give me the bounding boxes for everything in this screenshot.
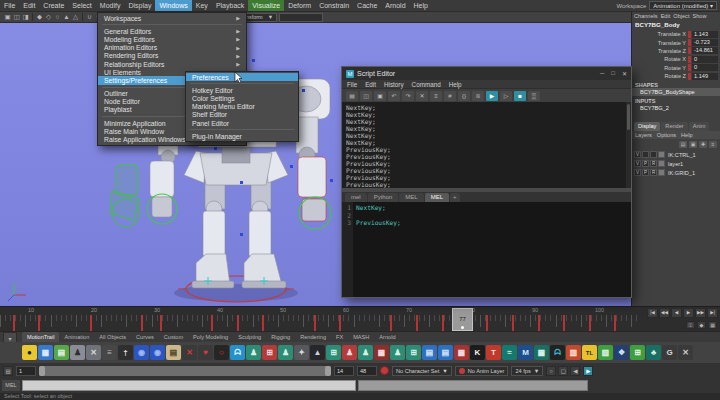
- shelf-tab-rigging[interactable]: Rigging: [266, 332, 295, 342]
- script-toolbar-icon[interactable]: ↶: [388, 91, 400, 101]
- layer-toggle[interactable]: V: [634, 160, 641, 167]
- shape-node[interactable]: BCY7BG_BodyShape: [632, 88, 720, 96]
- script-toolbar-icon[interactable]: ↷: [402, 91, 414, 101]
- layer-row[interactable]: VPRIK:GRID_1: [632, 168, 720, 177]
- script-toolbar-icon[interactable]: ▒: [528, 91, 540, 101]
- statusline-icon[interactable]: ◨: [21, 12, 30, 22]
- auto-key-button[interactable]: [380, 366, 389, 375]
- shelf-tool-icon[interactable]: ᗣ: [550, 345, 565, 360]
- layer-toolbar-icon[interactable]: ✚: [699, 141, 707, 148]
- script-toolbar-icon[interactable]: ▶: [486, 91, 498, 101]
- script-toolbar-icon[interactable]: ≡: [430, 91, 442, 101]
- menu-item-hotkey-editor[interactable]: Hotkey Editor: [186, 86, 298, 94]
- shelf-tab-arnold[interactable]: Arnold: [374, 332, 400, 342]
- menu-item-shelf-editor[interactable]: Shelf Editor: [186, 111, 298, 119]
- shelf-tool-icon[interactable]: ♟: [342, 345, 357, 360]
- script-editor-menu-command[interactable]: Command: [412, 81, 441, 88]
- range-row-icon[interactable]: ○: [546, 366, 556, 376]
- shelf-tool-icon[interactable]: ▦: [38, 345, 53, 360]
- layer-tab-anim[interactable]: Anim: [689, 122, 710, 131]
- menubar-item-key[interactable]: Key: [192, 0, 212, 11]
- menubar-item-select[interactable]: Select: [68, 0, 95, 11]
- transport-button[interactable]: ◀: [671, 308, 682, 318]
- attribute-value[interactable]: -0.723: [692, 39, 718, 46]
- menu-item-general-editors[interactable]: General Editors▶: [98, 27, 246, 35]
- shelf-tab-curves[interactable]: Curves: [131, 332, 159, 342]
- shelf-tool-icon[interactable]: ♟: [390, 345, 405, 360]
- statusline-icon[interactable]: ○: [53, 12, 62, 22]
- script-editor-menu-history[interactable]: History: [384, 81, 404, 88]
- timeline-option-button[interactable]: ▦: [708, 321, 717, 329]
- menu-item-workspaces[interactable]: Workspaces▶: [98, 14, 246, 22]
- statusline-icon[interactable]: ◆: [35, 12, 44, 22]
- transport-button[interactable]: ◀◀: [659, 308, 670, 318]
- script-toolbar-icon[interactable]: ▣: [374, 91, 386, 101]
- layer-toggle[interactable]: R: [650, 160, 657, 167]
- range-handle-left[interactable]: [39, 366, 45, 376]
- shelf-tool-icon[interactable]: ✕: [678, 345, 693, 360]
- layer-color-swatch[interactable]: [658, 169, 665, 176]
- shelf-tool-icon[interactable]: ♥: [198, 345, 213, 360]
- range-options-icon[interactable]: ▤: [3, 366, 13, 376]
- script-tab-mel-2[interactable]: MEL: [399, 193, 423, 202]
- range-handle-right[interactable]: [325, 366, 331, 376]
- menubar-item-windows[interactable]: Windows: [155, 0, 191, 11]
- shelf-tool-icon[interactable]: ◉: [134, 345, 149, 360]
- script-toolbar-icon[interactable]: ◫: [360, 91, 372, 101]
- layer-menu-options[interactable]: Options: [657, 132, 676, 138]
- transport-button[interactable]: ▶: [683, 308, 694, 318]
- shelf-tool-icon[interactable]: ⊞: [262, 345, 277, 360]
- menu-item-panel-editor[interactable]: Panel Editor: [186, 119, 298, 127]
- attribute-value[interactable]: 1.143: [692, 31, 718, 38]
- menubar-item-edit[interactable]: Edit: [19, 0, 39, 11]
- shelf-tool-icon[interactable]: †: [118, 345, 133, 360]
- script-toolbar-icon[interactable]: ■: [514, 91, 526, 101]
- menu-item-color-settings[interactable]: Color Settings: [186, 94, 298, 102]
- layer-menu-layers[interactable]: Layers: [635, 132, 652, 138]
- input-node[interactable]: BCY7BG_2: [632, 104, 720, 112]
- shelf-tool-icon[interactable]: ♟: [278, 345, 293, 360]
- shelf-tab-sculpting[interactable]: Sculpting: [233, 332, 266, 342]
- shelf-tool-icon[interactable]: ▦: [454, 345, 469, 360]
- workspace-select[interactable]: Animation (modified) ▾: [649, 1, 717, 10]
- close-button[interactable]: ✕: [622, 70, 627, 77]
- range-end-field-b[interactable]: 48: [357, 366, 377, 376]
- layer-toolbar-icon[interactable]: ▣: [689, 141, 697, 148]
- script-toolbar-icon[interactable]: {}: [458, 91, 470, 101]
- statusline-icon[interactable]: ▣: [3, 12, 12, 22]
- command-input[interactable]: [22, 380, 356, 391]
- range-end-field-a[interactable]: 14: [334, 366, 354, 376]
- shelf-tool-icon[interactable]: ▤: [54, 345, 69, 360]
- shelf-tool-icon[interactable]: ♟: [70, 345, 85, 360]
- layer-toggle[interactable]: R: [650, 169, 657, 176]
- transport-button[interactable]: |◀: [647, 308, 658, 318]
- statusline-icon[interactable]: ▲: [62, 12, 71, 22]
- layer-toggle[interactable]: P: [642, 169, 649, 176]
- channel-box-menu-edit[interactable]: Edit: [661, 13, 671, 19]
- shelf-tool-icon[interactable]: ✕: [182, 345, 197, 360]
- shelf-tool-icon[interactable]: ❖: [614, 345, 629, 360]
- shelf-tool-icon[interactable]: ᗣ: [230, 345, 245, 360]
- script-toolbar-icon[interactable]: ▤: [346, 91, 358, 101]
- layer-toggle[interactable]: V: [634, 169, 641, 176]
- script-code[interactable]: NextKey; PreviousKey;: [353, 202, 631, 297]
- menu-item-marking-menu-editor[interactable]: Marking Menu Editor: [186, 103, 298, 111]
- layer-tab-display[interactable]: Display: [634, 122, 660, 131]
- menubar-item-deform[interactable]: Deform: [284, 0, 315, 11]
- layer-toggle[interactable]: [642, 151, 649, 158]
- statusline-icon[interactable]: ◇: [44, 12, 53, 22]
- timeline-option-button[interactable]: ⚿: [686, 321, 695, 329]
- transport-button[interactable]: ▶▶: [695, 308, 706, 318]
- script-tab-python-1[interactable]: Python: [368, 193, 399, 202]
- transport-button[interactable]: ▶|: [707, 308, 718, 318]
- numeric-input-field[interactable]: [279, 13, 323, 22]
- menubar-item-file[interactable]: File: [0, 0, 19, 11]
- shelf-tab-poly-modeling[interactable]: Poly Modeling: [188, 332, 233, 342]
- script-editor-menu-file[interactable]: File: [347, 81, 357, 88]
- menubar-item-help[interactable]: Help: [410, 0, 432, 11]
- script-toolbar-icon[interactable]: ✕: [416, 91, 428, 101]
- time-slider[interactable]: 102030405060708090100 77: [0, 306, 640, 331]
- shelf-tool-icon[interactable]: ▧: [598, 345, 613, 360]
- script-editor-menu-edit[interactable]: Edit: [365, 81, 376, 88]
- script-editor-window[interactable]: M Script Editor ─□✕ FileEditHistoryComma…: [341, 66, 632, 298]
